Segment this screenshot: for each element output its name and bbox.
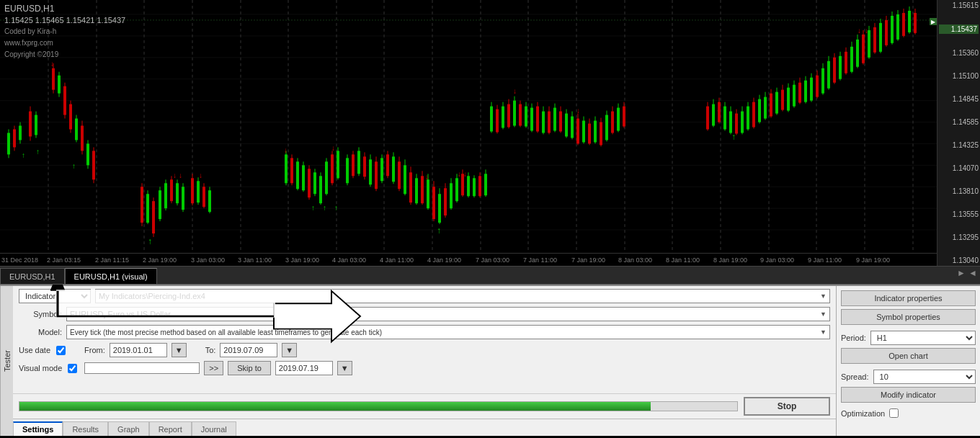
optimization-label: Optimization [841,409,885,418]
indicator-properties-button[interactable]: Indicator properties [841,290,976,306]
chart-tab-eurusd-h1[interactable]: EURUSD,H1 [0,268,65,284]
time-1: 31 Dec 2018 [1,256,38,264]
price-1: 1.15615 [939,1,979,9]
svg-text:↓: ↓ [865,27,868,35]
price-6: 1.14325 [939,141,979,149]
tab-journal[interactable]: Journal [192,421,236,436]
chart-prices: 1.15425 1.15465 1.15421 1.15437 [4,14,125,26]
svg-text:↑: ↑ [311,204,315,212]
model-row: Model: Every tick (the most precise meth… [19,325,830,339]
modify-indicator-button[interactable]: Modify indicator [841,387,976,403]
visual-mode-checkbox[interactable] [68,364,77,373]
tab-report[interactable]: Report [149,421,192,436]
price-3: 1.15100 [939,72,979,80]
svg-text:↓: ↓ [513,87,517,95]
stop-button[interactable]: Stop [744,397,830,416]
period-label: Period: [841,334,866,342]
time-19: 9 Jan 19:00 [856,256,890,264]
model-label: Model: [19,328,62,336]
tab-settings[interactable]: Settings [13,421,63,436]
progress-bar-fill [19,402,651,411]
tester-main: Indicator My Indicators\Piercing-Ind.ex4… [13,286,836,436]
to-label: To: [205,346,216,354]
symbol-properties-button[interactable]: Symbol properties [841,309,976,325]
progress-row: Stop [13,393,836,419]
visual-progress-bar [84,362,200,374]
use-date-label: Use date [19,346,50,354]
svg-text:↑: ↑ [731,132,736,142]
time-11: 7 Jan 03:00 [476,256,509,264]
svg-text:↓: ↓ [463,170,467,178]
spread-selector[interactable]: 10 [873,370,976,384]
svg-text:↓: ↓ [858,27,861,35]
tester-side-label[interactable]: Tester [0,286,13,436]
indicator-path-dropdown[interactable]: My Indicators\Piercing-Ind.ex4 ▼ [95,289,830,303]
symbol-label: Symbol: [19,310,62,318]
spread-label: Spread: [841,372,869,381]
time-5: 3 Jan 03:00 [191,256,225,264]
price-current: 1.15437 [939,24,979,34]
svg-text:↑: ↑ [36,148,40,156]
chart-copyright: Copyright ©2019 [4,49,125,61]
time-12: 7 Jan 11:00 [523,256,557,264]
svg-text:↓: ↓ [179,171,182,179]
symbol-dropdown[interactable]: EURUSD, Euro vs US Dollar ▼ [66,307,830,321]
svg-text:↑: ↑ [323,204,326,212]
time-6: 3 Jan 11:00 [238,256,272,264]
svg-text:↓: ↓ [284,146,288,154]
time-axis: 31 Dec 2018 2 Jan 03:15 2 Jan 11:15 2 Ja… [0,253,937,266]
spread-row: Spread: 10 [841,370,976,384]
svg-text:↑: ↑ [334,204,338,212]
chart-symbol: EURUSD,H1 [4,3,125,14]
type-selector[interactable]: Indicator [19,289,91,303]
skip-to-calendar-btn[interactable]: ▼ [337,361,352,375]
price-8: 1.13810 [939,187,979,195]
model-dropdown[interactable]: Every tick (the most precise method base… [66,325,830,339]
to-calendar-btn[interactable]: ▼ [282,343,297,357]
svg-text:▶: ▶ [931,19,936,25]
skip-to-button[interactable]: Skip to [228,361,271,375]
time-2: 2 Jan 03:15 [47,256,81,264]
svg-text:↓: ↓ [576,107,580,115]
chart-area: ↑ ↑ ↓ ↑ ↑ [0,0,980,267]
open-chart-button[interactable]: Open chart [841,348,976,364]
time-13: 7 Jan 19:00 [571,256,605,264]
time-15: 8 Jan 11:00 [666,256,700,264]
time-16: 8 Jan 19:00 [713,256,747,264]
visual-forward-btn[interactable]: >> [204,361,223,375]
chart-info: EURUSD,H1 1.15425 1.15465 1.15421 1.1543… [4,3,125,61]
svg-text:↑: ↑ [72,162,76,170]
from-date-input[interactable] [110,343,167,357]
price-4: 1.14845 [939,95,979,103]
price-7: 1.14070 [939,164,979,172]
use-date-checkbox[interactable] [56,346,66,355]
time-8: 4 Jan 03:00 [332,256,366,264]
bottom-tabs: Settings Results Graph Report Journal [13,419,836,436]
price-2: 1.15360 [939,49,979,57]
tab-graph[interactable]: Graph [108,421,149,436]
chart-tab-eurusd-h1-visual[interactable]: EURUSD,H1 (visual) [65,268,157,284]
time-9: 4 Jan 11:00 [380,256,414,264]
svg-text:↓: ↓ [331,144,335,152]
date-row: Use date From: ▼ To: ▼ [19,343,830,357]
price-11: 1.13040 [939,256,979,264]
price-5: 1.14585 [939,118,979,126]
from-calendar-btn[interactable]: ▼ [172,343,187,357]
from-label: From: [84,346,105,354]
tab-nav-right[interactable]: ► [954,268,968,278]
tester-right-panel: Indicator properties Symbol properties P… [836,286,980,436]
time-18: 9 Jan 11:00 [808,256,842,264]
optimization-row: Optimization [841,408,976,418]
skip-to-date-input[interactable] [275,361,333,375]
svg-text:↓: ↓ [50,60,54,68]
period-selector[interactable]: H1 [870,331,976,345]
optimization-checkbox[interactable] [889,408,899,418]
to-date-input[interactable] [220,343,277,357]
tab-results[interactable]: Results [63,421,108,436]
chart-website: www.fxprg.com [4,37,125,49]
symbol-dropdown-arrow: ▼ [820,310,827,318]
time-3: 2 Jan 11:15 [95,256,129,264]
price-scale: 1.15615 1.15437 1.15360 1.15100 1.14845 … [937,0,980,266]
visual-mode-label: Visual mode [19,364,62,372]
svg-text:↑: ↑ [22,151,25,159]
